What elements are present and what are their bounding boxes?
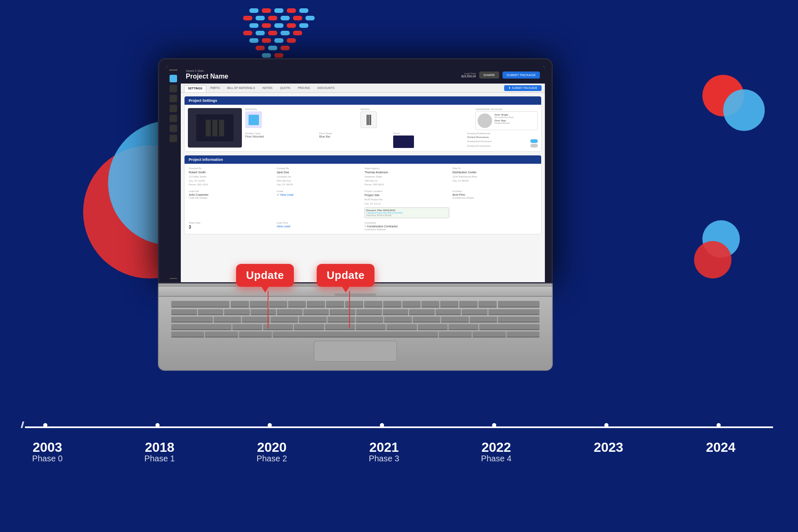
price-value: $23,500.00: [461, 75, 476, 78]
right-circles-bottom: [694, 220, 752, 278]
svg-rect-27: [281, 46, 290, 50]
svg-rect-14: [287, 23, 296, 28]
timeline-label-2018: 2018 Phase 1: [144, 441, 175, 463]
tab-pricing[interactable]: PRICING: [295, 85, 313, 92]
architect-block: Architect Arch Firm Architecture Details: [453, 190, 537, 218]
svg-rect-17: [256, 31, 265, 35]
timeline-label-2003: 2003 Phase 0: [32, 441, 62, 463]
app-title: Project Name: [186, 73, 228, 80]
tab-discounts[interactable]: DISCOUNTS: [314, 85, 338, 92]
laptop-screen: Saved 3 Slots Project Name Lead Time $23…: [166, 66, 545, 282]
laptop-keyboard-section: [158, 297, 553, 371]
svg-rect-1: [262, 8, 271, 13]
timeline-label-2021: 2021 Phase 3: [369, 441, 399, 463]
ship-to-block: Ship To Distribution Center 1234 Warehou…: [453, 167, 537, 187]
tab-bom[interactable]: BILL OF MATERIALS: [224, 85, 259, 92]
update-line-right: [349, 291, 350, 328]
svg-rect-6: [256, 16, 265, 20]
svg-rect-22: [262, 38, 271, 43]
timeline-point-2023: [606, 425, 611, 429]
tab-quote[interactable]: QUOTE: [277, 85, 294, 92]
lead-info-block: Lead Info John Customer Lead Info Detail…: [189, 190, 273, 218]
submit-package-btn[interactable]: ⬆ SUBMIT PACKAGE: [504, 85, 542, 91]
submit-button[interactable]: SUBMIT PACKAGE: [502, 71, 540, 79]
sidebar-icon-2[interactable]: [170, 75, 177, 82]
project-settings-section: Project Settings: [184, 96, 542, 152]
svg-rect-9: [293, 16, 302, 20]
laptop: Saved 3 Slots Project Name Lead Time $23…: [158, 58, 553, 371]
app-header: Saved 3 Slots Project Name Lead Time $23…: [181, 66, 545, 84]
app-main-content: Saved 3 Slots Project Name Lead Time $23…: [181, 66, 545, 282]
svg-rect-10: [305, 16, 315, 20]
laptop-trackpad[interactable]: [314, 341, 397, 362]
sidebar-icon-7[interactable]: [170, 125, 177, 132]
svg-rect-19: [281, 31, 290, 35]
timeline-point-2021: [382, 425, 386, 429]
svg-rect-11: [249, 23, 259, 28]
svg-rect-3: [287, 8, 296, 13]
app-sidebar: [166, 66, 181, 282]
info-section-header: Project Information: [185, 155, 541, 164]
svg-rect-16: [243, 31, 252, 35]
timeline-line: //: [25, 426, 773, 428]
svg-rect-8: [281, 16, 290, 20]
sidebar-icon-6[interactable]: [170, 115, 177, 122]
info-section-body: Directed By Robert Smith 123 Main Street…: [185, 164, 541, 234]
sidebar-icon-5[interactable]: [170, 105, 177, 112]
timeline-label-2022: 2022 Phase 4: [481, 441, 511, 463]
sidebar-icon-8[interactable]: [170, 135, 177, 142]
timeline-point-2022: [494, 425, 498, 429]
update-badge-left[interactable]: Update: [236, 264, 294, 287]
drawing-prefs-block: Drawing Preferences Printed Dimensions D…: [467, 132, 538, 148]
material-block: Material: [245, 108, 357, 130]
finish-block: Finish: [393, 132, 464, 148]
tab-parts[interactable]: PARTS: [207, 85, 223, 92]
app-ui: Saved 3 Slots Project Name Lead Time $23…: [166, 66, 545, 282]
svg-rect-5: [243, 16, 252, 20]
svg-rect-15: [299, 23, 308, 28]
created-by-block: Created By Jane Doe Company Inc456 Oak A…: [277, 167, 362, 187]
svg-rect-28: [262, 53, 271, 58]
svg-rect-20: [293, 31, 302, 35]
app-nav: SETTINGS PARTS BILL OF MATERIALS NOTES Q…: [181, 84, 545, 93]
lead-time-block: Lead Time View Lead: [277, 222, 362, 231]
leads-block: Leads ✓ View Lead: [277, 190, 362, 218]
price-label-container: Lead Time $23,500.00: [461, 72, 476, 78]
contractor-block: Contractor + Construction Contractor Con…: [365, 222, 537, 231]
sidebar-icon-1[interactable]: [169, 69, 177, 71]
svg-rect-7: [268, 16, 277, 20]
timeline-point-2018: [158, 425, 162, 429]
laptop-screen-bezel: Saved 3 Slots Project Name Lead Time $23…: [158, 58, 553, 283]
product-image: [188, 108, 242, 148]
hardware-pkg-block: Hardware Package Door Hinges No Continuo…: [475, 108, 538, 130]
svg-rect-21: [249, 38, 259, 43]
svg-rect-23: [274, 38, 283, 43]
svg-rect-4: [299, 8, 308, 13]
timeline-label-2023: 2023: [594, 441, 623, 454]
timeline-point-2024: [719, 425, 723, 429]
sidebar-icon-3[interactable]: [170, 85, 177, 92]
right-circles-top: [702, 75, 765, 137]
project-info-section: Project Information Directed By Robert S…: [184, 155, 542, 234]
svg-rect-12: [262, 23, 271, 28]
svg-rect-25: [256, 46, 265, 50]
tab-notes[interactable]: NOTES: [259, 85, 276, 92]
sidebar-icon-9[interactable]: [170, 278, 177, 279]
share-button[interactable]: SHARE: [479, 71, 499, 79]
total-units-block: Total Units 3: [189, 222, 273, 231]
timeline-point-2020: [270, 425, 274, 429]
svg-rect-24: [287, 38, 296, 43]
sidebar-icon-4[interactable]: [170, 95, 177, 102]
svg-rect-2: [274, 8, 283, 13]
update-badge-right[interactable]: Update: [317, 264, 374, 287]
timeline-label-2020: 2020 Phase 2: [256, 441, 287, 463]
app-content-area: Project Settings: [181, 93, 545, 282]
floor-panel-block: Floor Panel Blue Bar: [319, 132, 390, 148]
timeline: // 2003: [25, 426, 773, 474]
svg-rect-13: [274, 23, 283, 28]
project-location-block: Project Location Project Site 5678 Proje…: [365, 190, 449, 218]
settings-section-header: Project Settings: [185, 96, 541, 105]
tab-settings[interactable]: SETTINGS: [184, 85, 206, 92]
svg-rect-18: [268, 31, 277, 35]
series-block: Series: [360, 108, 472, 130]
